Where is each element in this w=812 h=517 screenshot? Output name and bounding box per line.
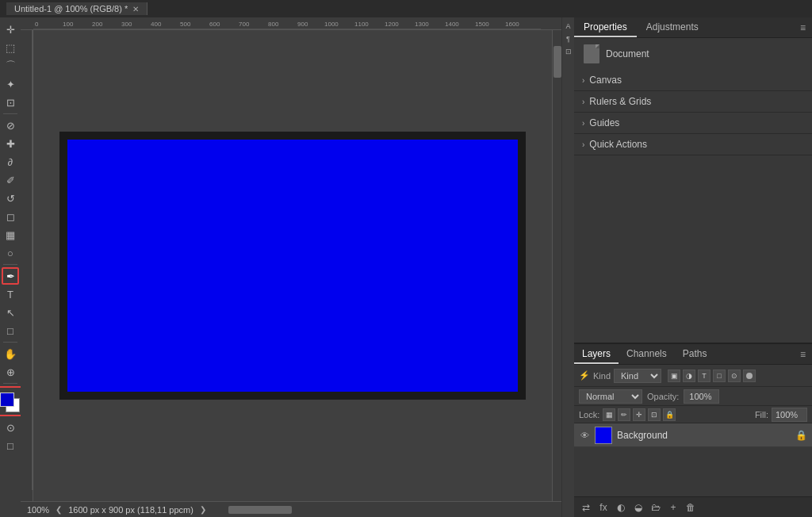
svg-text:600: 600 [209, 21, 220, 28]
panel-menu-button[interactable]: ≡ [794, 19, 812, 36]
layers-tabs: Layers Channels Paths ≡ [574, 344, 812, 365]
filter-type-icon[interactable]: T [698, 370, 710, 382]
svg-text:200: 200 [92, 21, 103, 28]
lock-position-icon[interactable]: ✛ [633, 408, 645, 421]
svg-text:300: 300 [121, 21, 132, 28]
fill-input[interactable] [772, 408, 807, 422]
canvas-content [59, 132, 526, 400]
lock-image-icon[interactable]: ✏ [618, 408, 630, 421]
history-brush-tool[interactable]: ↺ [2, 190, 19, 207]
hand-tool[interactable]: ✋ [2, 345, 19, 362]
horizontal-scrollbar-thumb[interactable] [228, 506, 292, 514]
filter-kind-select[interactable]: Kind [614, 369, 661, 383]
layers-menu-button[interactable]: ≡ [794, 346, 812, 363]
canvas-area: 0 100 200 300 400 500 600 700 800 900 10… [21, 17, 561, 517]
tab-adjustments[interactable]: Adjustments [637, 18, 708, 37]
svg-text:700: 700 [239, 21, 250, 28]
layer-effects-button[interactable]: fx [596, 500, 611, 515]
path-select-tool[interactable]: ↖ [2, 304, 19, 321]
pen-tool[interactable]: ✒ [2, 267, 19, 285]
quick-select-tool[interactable]: ✦ [2, 75, 19, 93]
quick-actions-chevron-icon: › [582, 140, 584, 149]
brush-tool[interactable]: ∂ [2, 153, 19, 170]
lock-artboard-icon[interactable]: ⊡ [648, 408, 661, 421]
layer-row-background[interactable]: 👁 Background 🔒 [574, 423, 812, 447]
paragraph-panel-button[interactable]: ¶ [563, 33, 574, 44]
tab-paths[interactable]: Paths [675, 345, 715, 364]
canvas-viewport[interactable] [33, 30, 552, 501]
tab-title: Untitled-1 @ 100% (RGB/8) * [14, 4, 128, 13]
doc-info: 1600 px x 900 px (118,11 ppcm) [68, 505, 193, 515]
layers-panel: Layers Channels Paths ≡ ⚡ Kind Kind ▣ ◑ … [574, 343, 812, 517]
quick-actions-section-label: Quick Actions [589, 139, 647, 150]
quick-actions-section: › Quick Actions [574, 134, 812, 155]
filter-pixel-icon[interactable]: ▣ [668, 370, 680, 382]
eyedropper-tool[interactable]: ⊘ [2, 117, 19, 134]
layers-blend-row: Normal Opacity: [574, 387, 812, 406]
filter-dot[interactable] [743, 370, 756, 382]
svg-text:800: 800 [268, 21, 279, 28]
delete-layer-button[interactable]: 🗑 [684, 500, 698, 515]
statusbar: 100% ❮ 1600 px x 900 px (118,11 ppcm) ❯ [21, 501, 561, 517]
main-area: ✛ ⬚ ⌒ ✦ ⊡ ⊘ ✚ ∂ ✐ ↺ ◻ ▦ ○ ✒ T ↖ □ ✋ ⊕ ⊙ … [0, 17, 812, 517]
layers-bottom-toolbar: ⇄ fx ◐ ◒ 🗁 + 🗑 [574, 496, 812, 517]
shape-tool[interactable]: □ [2, 322, 19, 339]
quick-actions-section-header[interactable]: › Quick Actions [574, 134, 812, 155]
vertical-scrollbar[interactable] [552, 30, 561, 501]
move-tool[interactable]: ✛ [2, 21, 19, 38]
rulers-grids-section-header[interactable]: › Rulers & Grids [574, 91, 812, 112]
filter-label: ⚡ [579, 370, 590, 381]
filter-shape-icon[interactable]: □ [713, 370, 726, 382]
opacity-input[interactable] [684, 389, 719, 404]
blend-mode-select[interactable]: Normal [579, 389, 642, 404]
screen-mode-tool[interactable]: □ [2, 437, 19, 454]
color-swatch-wrapper[interactable] [0, 386, 21, 416]
guides-section: › Guides [574, 113, 812, 134]
canvas-section-header[interactable]: › Canvas [574, 70, 812, 90]
quick-mask-tool[interactable]: ⊙ [2, 419, 19, 436]
filter-adjustment-icon[interactable]: ◑ [683, 370, 695, 382]
new-layer-button[interactable]: + [666, 500, 680, 515]
svg-text:1200: 1200 [385, 21, 399, 28]
document-tab[interactable]: Untitled-1 @ 100% (RGB/8) * ✕ [6, 2, 147, 15]
tab-properties[interactable]: Properties [574, 18, 637, 37]
spot-healing-tool[interactable]: ✚ [2, 135, 19, 152]
horizontal-scrollbar[interactable] [213, 505, 555, 515]
tab-channels[interactable]: Channels [619, 345, 675, 364]
titlebar: Untitled-1 @ 100% (RGB/8) * ✕ [0, 0, 812, 17]
color-swatch-box[interactable] [0, 393, 21, 413]
nav-prev-button[interactable]: ❮ [56, 505, 62, 514]
clone-stamp-tool[interactable]: ✐ [2, 171, 19, 189]
mask-button[interactable]: ⊡ [563, 46, 574, 57]
guides-section-header[interactable]: › Guides [574, 113, 812, 133]
layer-mask-button[interactable]: ◐ [614, 500, 628, 515]
eraser-tool[interactable]: ◻ [2, 208, 19, 225]
adjustment-layer-button[interactable]: ◒ [631, 500, 645, 515]
canvas-document[interactable] [59, 132, 526, 400]
zoom-level: 100% [27, 505, 49, 515]
lasso-tool[interactable]: ⌒ [2, 57, 19, 75]
svg-text:900: 900 [297, 21, 308, 28]
tab-close-button[interactable]: ✕ [132, 5, 139, 13]
svg-text:1300: 1300 [415, 21, 429, 28]
char-panel-button[interactable]: A [563, 21, 574, 32]
layer-visibility-toggle[interactable]: 👁 [579, 430, 590, 441]
lock-all-icon[interactable]: 🔒 [663, 408, 676, 421]
group-layers-button[interactable]: 🗁 [649, 500, 663, 515]
nav-next-button[interactable]: ❯ [200, 505, 206, 514]
crop-tool[interactable]: ⊡ [2, 94, 19, 111]
layers-filter-toolbar: ⚡ Kind Kind ▣ ◑ T □ ⊙ [574, 365, 812, 387]
link-layers-button[interactable]: ⇄ [579, 500, 593, 515]
zoom-tool[interactable]: ⊕ [2, 363, 19, 381]
foreground-color-swatch[interactable] [0, 393, 14, 407]
gradient-tool[interactable]: ▦ [2, 226, 19, 243]
rulers-grids-section-label: Rulers & Grids [589, 96, 651, 107]
lock-transparent-icon[interactable]: ▦ [603, 408, 615, 421]
vertical-scrollbar-thumb[interactable] [553, 46, 561, 78]
marquee-tool[interactable]: ⬚ [2, 39, 19, 56]
type-tool[interactable]: T [2, 285, 19, 303]
tab-layers[interactable]: Layers [574, 345, 619, 364]
dodge-tool[interactable]: ○ [2, 244, 19, 262]
secondary-toolbar: A ¶ ⊡ [561, 17, 574, 517]
filter-smart-icon[interactable]: ⊙ [728, 370, 741, 382]
